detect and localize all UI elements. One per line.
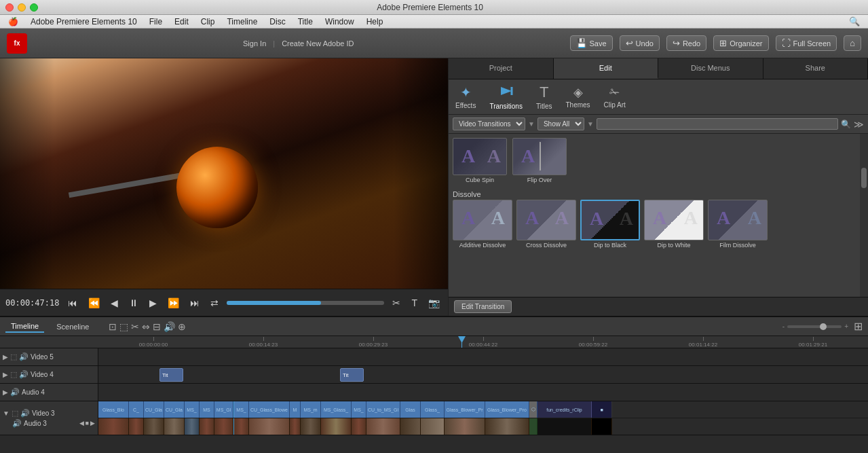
category-select[interactable]: Video Transitions bbox=[453, 117, 525, 130]
track-align-icon[interactable]: ⊟ bbox=[153, 321, 161, 332]
list-item[interactable] bbox=[592, 418, 612, 435]
list-item[interactable] bbox=[214, 418, 233, 435]
step-back-button[interactable]: ◀ bbox=[108, 296, 121, 310]
go-to-start-button[interactable]: ⏮ bbox=[65, 296, 80, 310]
list-item[interactable] bbox=[164, 418, 185, 435]
full-screen-button[interactable]: ⛶ Full Screen bbox=[776, 35, 837, 51]
track-expand-audio4[interactable]: ▶ bbox=[3, 388, 8, 396]
list-item[interactable] bbox=[400, 418, 421, 435]
home-button[interactable]: ⌂ bbox=[844, 35, 861, 51]
list-item[interactable] bbox=[301, 418, 321, 435]
list-item[interactable] bbox=[98, 418, 129, 435]
menu-window[interactable]: Window bbox=[325, 17, 354, 26]
search-icon[interactable]: 🔍 bbox=[849, 16, 860, 26]
track-next-icon[interactable]: ▶ bbox=[90, 420, 95, 427]
maximize-button[interactable] bbox=[30, 3, 38, 12]
list-item[interactable]: MS_ bbox=[352, 401, 366, 418]
close-button[interactable] bbox=[5, 3, 14, 12]
list-item[interactable]: M bbox=[290, 401, 301, 418]
list-item[interactable] bbox=[185, 418, 200, 435]
menu-title[interactable]: Title bbox=[298, 17, 313, 26]
list-item[interactable] bbox=[529, 418, 537, 435]
zoom-out-icon[interactable]: - bbox=[782, 323, 785, 330]
track-content-audio4[interactable] bbox=[98, 384, 868, 401]
list-item[interactable] bbox=[485, 418, 529, 435]
list-item[interactable] bbox=[445, 418, 485, 435]
track-prev-icon[interactable]: ◀ bbox=[79, 420, 84, 427]
fast-forward-button[interactable]: ⏩ bbox=[165, 296, 182, 310]
list-item[interactable] bbox=[537, 418, 592, 435]
tab-disc-menus[interactable]: Disc Menus bbox=[658, 58, 763, 79]
list-item[interactable] bbox=[200, 418, 214, 435]
track-expand-video3[interactable]: ▼ bbox=[3, 410, 10, 417]
sidebar-item-effects[interactable]: ✦ Effects bbox=[455, 84, 476, 109]
sign-in-link[interactable]: Sign In bbox=[243, 39, 266, 48]
rewind-button[interactable]: ⏪ bbox=[86, 296, 102, 310]
zoom-fit-icon[interactable]: ⊞ bbox=[854, 320, 863, 333]
search-icon[interactable]: 🔍 bbox=[841, 120, 851, 129]
list-item[interactable]: MS_ bbox=[185, 401, 200, 418]
list-item[interactable]: C_ bbox=[129, 401, 144, 418]
apple-menu[interactable]: 🍎 bbox=[8, 17, 18, 26]
sidebar-item-transitions[interactable]: Transitions bbox=[489, 84, 523, 110]
menu-timeline[interactable]: Timeline bbox=[227, 17, 257, 26]
search-input[interactable] bbox=[597, 118, 838, 130]
list-item[interactable] bbox=[290, 418, 301, 435]
list-item[interactable]: CU_Gla bbox=[144, 401, 164, 418]
list-item[interactable] bbox=[352, 418, 366, 435]
menu-edit[interactable]: Edit bbox=[174, 17, 189, 26]
list-item[interactable] bbox=[366, 418, 400, 435]
list-item[interactable] bbox=[234, 418, 249, 435]
list-item[interactable]: CU_Glass_Blowe bbox=[249, 401, 290, 418]
menu-file[interactable]: File bbox=[149, 17, 162, 26]
transition-dip-to-black[interactable]: A A Dip to Black bbox=[580, 200, 640, 249]
menu-help[interactable]: Help bbox=[366, 17, 383, 26]
show-all-select[interactable]: Show All bbox=[537, 117, 584, 130]
tab-timeline[interactable]: Timeline bbox=[5, 321, 44, 333]
create-adobe-id-link[interactable]: Create New Adobe ID bbox=[282, 39, 354, 48]
minimize-button[interactable] bbox=[18, 3, 26, 12]
track-content-video3[interactable]: Glass_Blo C_ CU_Gla CU_Gla MS_ MS MS_Gl … bbox=[98, 401, 868, 435]
go-to-end-button[interactable]: ⏭ bbox=[187, 296, 202, 310]
list-item[interactable]: Glas bbox=[400, 401, 421, 418]
zoom-in-icon[interactable]: + bbox=[844, 323, 848, 330]
list-item[interactable]: CU_to_MS_Gl bbox=[366, 401, 400, 418]
list-item[interactable] bbox=[421, 418, 445, 435]
list-item[interactable]: Glass_Blo bbox=[98, 401, 129, 418]
camera-icon[interactable]: 📷 bbox=[426, 296, 442, 310]
list-item[interactable]: ■ bbox=[592, 401, 612, 418]
track-expand-video5[interactable]: ▶ bbox=[3, 353, 8, 361]
track-expand-video4[interactable]: ▶ bbox=[3, 371, 8, 378]
tab-sceneline[interactable]: Sceneline bbox=[51, 321, 94, 332]
text-tool-icon[interactable]: T bbox=[409, 296, 420, 310]
transition-dip-to-white[interactable]: A A Dip to White bbox=[644, 200, 704, 249]
step-forward-button[interactable]: ▶ bbox=[147, 296, 159, 310]
track-select-icon[interactable]: ⬚ bbox=[119, 321, 128, 332]
tab-edit[interactable]: Edit bbox=[554, 58, 659, 79]
transition-cube-spin[interactable]: A A Cube Spin bbox=[453, 138, 507, 183]
expand-panel-icon[interactable]: ≫ bbox=[854, 119, 864, 130]
list-item[interactable] bbox=[129, 418, 144, 435]
list-item[interactable]: ⬡ bbox=[529, 401, 537, 418]
list-item[interactable]: CU_Gla bbox=[164, 401, 185, 418]
track-clip-tit2[interactable]: Tit bbox=[340, 368, 364, 382]
edit-transition-button[interactable]: Edit Transition bbox=[454, 300, 512, 313]
track-audio-icon[interactable]: 🔊 bbox=[164, 321, 175, 332]
list-item[interactable]: MS_Gl bbox=[214, 401, 233, 418]
list-item[interactable]: Glass_Blower_Pr bbox=[445, 401, 485, 418]
tab-share[interactable]: Share bbox=[763, 58, 869, 79]
transition-cross-dissolve[interactable]: A A Cross Dissolve bbox=[516, 200, 576, 249]
track-razor-icon[interactable]: ✂ bbox=[131, 321, 139, 332]
list-item[interactable]: Glass_Blower_Pro bbox=[485, 401, 529, 418]
menu-clip[interactable]: Clip bbox=[201, 17, 215, 26]
track-content-video4[interactable]: Tit Tit bbox=[98, 366, 868, 383]
save-button[interactable]: 💾 Save bbox=[570, 35, 613, 51]
list-item[interactable]: MS_ bbox=[234, 401, 249, 418]
track-clip-tit1[interactable]: Tit bbox=[159, 368, 183, 382]
track-snap-icon[interactable]: ⊕ bbox=[178, 321, 186, 332]
undo-button[interactable]: ↩ Undo bbox=[620, 35, 660, 51]
list-item[interactable] bbox=[321, 418, 352, 435]
sidebar-item-titles[interactable]: T Titles bbox=[536, 84, 552, 110]
scissors-icon[interactable]: ✂ bbox=[390, 296, 403, 310]
list-item[interactable]: Glass_ bbox=[421, 401, 445, 418]
